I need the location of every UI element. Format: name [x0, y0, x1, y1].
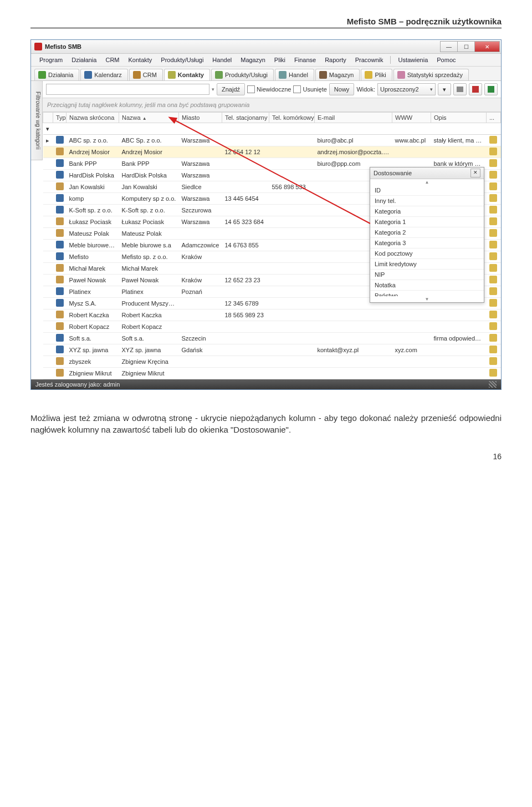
edit-icon[interactable]	[489, 334, 497, 342]
edit-icon[interactable]	[489, 264, 497, 272]
col-header[interactable]	[43, 113, 53, 123]
print-button[interactable]	[453, 83, 467, 95]
edit-icon[interactable]	[489, 206, 497, 214]
minimize-button[interactable]: —	[440, 41, 458, 52]
edit-icon[interactable]	[489, 357, 497, 365]
menu-pliki[interactable]: Pliki	[270, 55, 289, 65]
search-input[interactable]	[46, 84, 209, 95]
filter-row[interactable]: ▾	[43, 123, 501, 135]
customize-field-item[interactable]: Notatka	[370, 280, 484, 291]
maximize-button[interactable]: ☐	[457, 41, 475, 52]
col-header[interactable]: Typ	[53, 113, 66, 123]
edit-icon[interactable]	[489, 148, 497, 155]
tab-pliki[interactable]: Pliki	[361, 69, 392, 80]
col-header[interactable]: Opis	[431, 113, 487, 123]
dropdown-extra-button[interactable]: ▾	[438, 83, 451, 95]
tab-handel[interactable]: Handel	[275, 69, 314, 80]
popup-scroll-up[interactable]: ▲	[370, 179, 484, 185]
new-button[interactable]: Nowy	[329, 83, 355, 95]
edit-icon[interactable]	[489, 299, 497, 307]
edit-icon[interactable]	[489, 369, 497, 377]
col-header[interactable]: Nazwa ▲	[119, 113, 179, 123]
table-row[interactable]: zbyszekZbigniew Kręcina	[43, 356, 501, 368]
edit-icon[interactable]	[489, 276, 497, 283]
menu-kontakty[interactable]: Kontakty	[125, 55, 156, 65]
side-tab-filter[interactable]: Filtrowanie wg kategorii	[31, 81, 43, 160]
table-row[interactable]: Robert KopaczRobert Kopacz	[43, 321, 501, 333]
edit-icon[interactable]	[489, 346, 497, 353]
table-row[interactable]: Zbigniew MikrutZbigniew Mikrut	[43, 368, 501, 379]
edit-icon[interactable]	[489, 287, 497, 295]
customize-field-item[interactable]: Limit kredytowy	[370, 259, 484, 270]
building-icon	[56, 346, 64, 353]
tab-magazyn[interactable]: Magazyn	[315, 69, 360, 80]
popup-close-button[interactable]: ✕	[470, 169, 480, 177]
customize-field-item[interactable]: Państwo	[370, 291, 484, 296]
menu-pracownik[interactable]: Pracownik	[351, 55, 387, 65]
customize-field-item[interactable]: Inny tel.	[370, 196, 484, 206]
contacts-icon	[168, 71, 176, 79]
customize-field-item[interactable]: Kategoria 3	[370, 238, 484, 248]
checkbox-niewidoczne[interactable]: Niewidoczne	[247, 85, 291, 93]
person-icon	[56, 322, 64, 330]
customize-field-item[interactable]: Kategoria 2	[370, 227, 484, 238]
col-header[interactable]: Nazwa skrócona	[66, 113, 119, 123]
menu-ustawienia[interactable]: Ustawienia	[394, 55, 432, 65]
checkbox-usuniete[interactable]: Usunięte	[293, 85, 326, 93]
tab-kontakty[interactable]: Kontakty	[164, 69, 210, 80]
person-icon	[56, 264, 64, 272]
menu-finanse[interactable]: Finanse	[290, 55, 320, 65]
popup-scroll-down[interactable]: ▼	[370, 296, 484, 302]
col-header[interactable]: Miasto	[179, 113, 222, 123]
customize-field-item[interactable]: Kod pocztowy	[370, 248, 484, 259]
menu-działania[interactable]: Działania	[68, 55, 100, 65]
menu-produkty/usługi[interactable]: Produkty/Usługi	[157, 55, 207, 65]
edit-icon[interactable]	[489, 322, 497, 330]
table-row[interactable]: XYZ sp. jawnaXYZ sp. jawnaGdańskkontakt@…	[43, 344, 501, 356]
export-pdf-button[interactable]	[469, 83, 482, 95]
tab-produkty-us-ugi[interactable]: Produkty/Usługi	[211, 69, 274, 80]
close-button[interactable]: ✕	[474, 41, 500, 52]
group-by-hint[interactable]: Przeciągnij tutaj nagłówek kolumny, jeśl…	[43, 98, 501, 112]
view-select[interactable]: Uproszczony2	[377, 83, 436, 95]
edit-icon[interactable]	[489, 217, 497, 225]
menu-magazyn[interactable]: Magazyn	[237, 55, 269, 65]
person-icon	[56, 217, 64, 225]
table-row[interactable]: Soft s.a.Soft s.a.Szczecinfirma odpowied…	[43, 333, 501, 344]
customize-field-item[interactable]: NIP	[370, 270, 484, 280]
customize-field-item[interactable]: Kategoria 1	[370, 217, 484, 227]
menu-pomoc[interactable]: Pomoc	[433, 55, 459, 65]
col-header[interactable]: ...	[487, 113, 501, 123]
person-icon	[56, 357, 64, 365]
col-header[interactable]: Tel. komórkowy	[269, 113, 315, 123]
view-label: Widok:	[356, 86, 375, 93]
menu-crm[interactable]: CRM	[101, 55, 123, 65]
tab-statystyki-sprzeda-y[interactable]: Statystyki sprzedaży	[393, 69, 469, 80]
export-xls-button[interactable]	[484, 83, 498, 95]
edit-icon[interactable]	[489, 241, 497, 248]
tab-crm[interactable]: CRM	[129, 69, 163, 80]
menu-handel[interactable]: Handel	[208, 55, 236, 65]
edit-icon[interactable]	[489, 159, 497, 167]
table-row[interactable]: ▸ABC sp. z o.o.ABC Sp. z o.o.Warszawabiu…	[43, 135, 501, 146]
tab-dzia-ania[interactable]: Działania	[34, 69, 79, 80]
col-header[interactable]: E-mail	[315, 113, 392, 123]
find-button[interactable]: Znajdź	[217, 83, 245, 95]
edit-icon[interactable]	[489, 311, 497, 318]
customize-field-item[interactable]: ID	[370, 185, 484, 196]
edit-icon[interactable]	[489, 229, 497, 237]
edit-icon[interactable]	[489, 194, 497, 202]
customize-field-item[interactable]: Kategoria	[370, 206, 484, 217]
table-row[interactable]: Andrzej MosiorAndrzej Mosior12 654 12 12…	[43, 146, 501, 158]
edit-icon[interactable]	[489, 182, 497, 190]
menu-program[interactable]: Program	[35, 55, 66, 65]
resize-grip[interactable]	[489, 381, 497, 388]
edit-icon[interactable]	[489, 136, 497, 144]
tab-kalendarz[interactable]: Kalendarz	[80, 69, 128, 80]
col-header[interactable]: Tel. stacjonarny	[222, 113, 269, 123]
table-row[interactable]: Robert KaczkaRobert Kaczka18 565 989 23	[43, 309, 501, 321]
col-header[interactable]: WWW	[392, 113, 431, 123]
edit-icon[interactable]	[489, 252, 497, 260]
menu-raporty[interactable]: Raporty	[321, 55, 350, 65]
edit-icon[interactable]	[489, 171, 497, 179]
